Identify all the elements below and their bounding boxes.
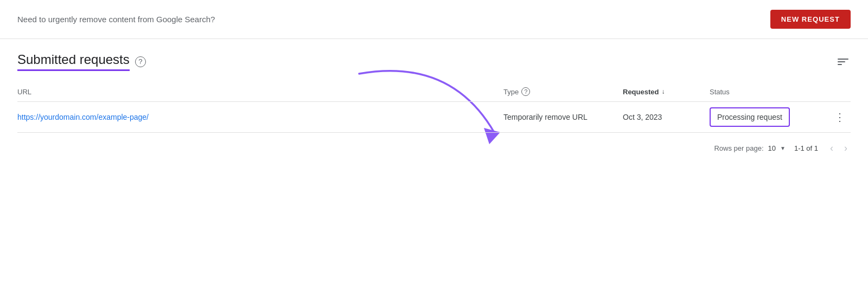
filter-line-2 [838, 61, 845, 62]
section-header: Submitted requests ? [17, 52, 851, 71]
top-bar-message: Need to urgently remove content from Goo… [17, 15, 215, 24]
pagination-prev-button[interactable]: ‹ [827, 141, 837, 155]
col-url: URL [17, 88, 503, 96]
filter-icon[interactable] [835, 56, 851, 67]
section-title: Submitted requests [17, 52, 130, 71]
section-title-group: Submitted requests ? [17, 52, 146, 71]
row-status-cell: Processing request [710, 113, 829, 121]
sort-arrow-icon: ↓ [661, 88, 665, 95]
rows-per-page-value: 10 [768, 144, 776, 152]
help-icon[interactable]: ? [135, 56, 146, 67]
col-requested[interactable]: Requested ↓ [623, 88, 710, 96]
type-help-icon[interactable]: ? [521, 87, 530, 96]
main-content: Submitted requests ? URL Type ? Requeste… [0, 39, 868, 133]
new-request-button[interactable]: NEW REQUEST [770, 10, 851, 29]
rows-per-page-label: Rows per page: [714, 144, 763, 152]
rows-per-page-dropdown[interactable]: ▼ [780, 145, 786, 151]
row-url-cell[interactable]: https://yourdomain.com/example-page/ [17, 113, 503, 121]
filter-line-1 [838, 59, 848, 60]
pagination-next-button[interactable]: › [841, 141, 851, 155]
table-container: URL Type ? Requested ↓ Status https://yo… [17, 82, 851, 133]
top-bar: Need to urgently remove content from Goo… [0, 0, 868, 39]
row-date-cell: Oct 3, 2023 [623, 113, 710, 121]
row-type-cell: Temporarily remove URL [503, 113, 623, 121]
col-type: Type ? [503, 87, 623, 96]
filter-line-3 [838, 64, 842, 65]
pagination-range: 1-1 of 1 [794, 144, 818, 152]
table-header: URL Type ? Requested ↓ Status [17, 82, 851, 102]
col-status: Status [710, 88, 829, 96]
pagination-bar: Rows per page: 10 ▼ 1-1 of 1 ‹ › [0, 133, 868, 164]
row-more-button[interactable]: ⋮ [829, 111, 851, 124]
table-row: https://yourdomain.com/example-page/ Tem… [17, 102, 851, 133]
rows-per-page-group: Rows per page: 10 ▼ [714, 144, 785, 152]
pagination-nav: ‹ › [827, 141, 851, 155]
